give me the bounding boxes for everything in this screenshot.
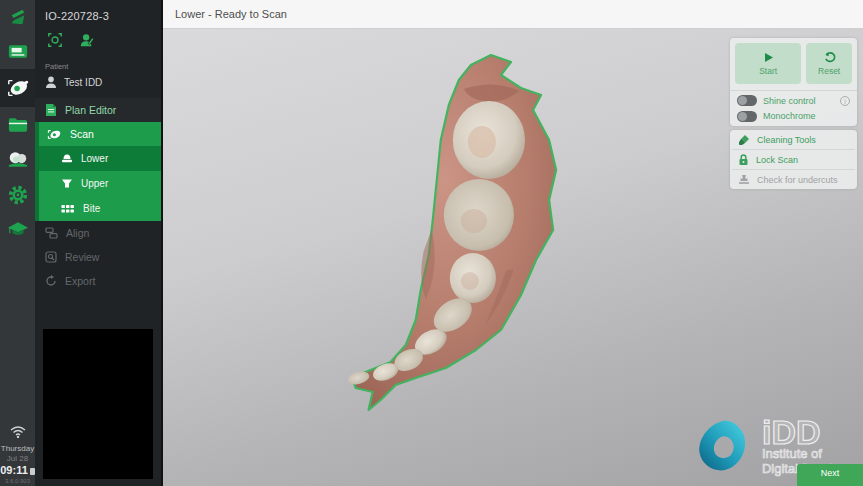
review-icon	[45, 251, 57, 263]
shine-control-toggle[interactable]	[737, 95, 757, 106]
nav-plan-editor-label: Plan Editor	[65, 104, 116, 116]
scanner-icon[interactable]	[0, 69, 35, 107]
tools-card: Cleaning Tools Lock Scan Check for under…	[730, 130, 857, 189]
nav-review[interactable]: Review	[35, 245, 161, 269]
nav-scan-bite[interactable]: Bite	[39, 196, 161, 221]
scan-controls: Start Reset Shine control i	[730, 38, 857, 193]
main-area: Lower - Ready to Scan	[163, 0, 863, 486]
case-actions	[35, 30, 161, 60]
info-icon[interactable]: i	[840, 96, 850, 106]
system-status: Thursday Jul 28 09:11 3.6.0.903	[0, 426, 35, 486]
reset-button[interactable]: Reset	[806, 43, 852, 84]
nav-scan-bite-label: Bite	[83, 203, 100, 214]
case-panel: IO-220728-3 Patient Test IDD Plan Editor	[35, 0, 163, 486]
patient-label: Patient	[35, 60, 161, 73]
status-date: Jul 28	[0, 454, 35, 463]
start-label: Start	[759, 66, 777, 76]
nav-align[interactable]: Align	[35, 221, 161, 245]
app-version: 3.6.0.903	[0, 478, 35, 484]
export-icon	[45, 275, 57, 287]
nav-scan-upper-label: Upper	[81, 178, 108, 189]
monochrome-label: Monochrome	[763, 111, 850, 121]
monochrome-toggle[interactable]	[737, 111, 757, 122]
cleaning-tools-button[interactable]: Cleaning Tools	[730, 130, 857, 149]
lower-arch-icon	[61, 153, 73, 164]
check-undercuts-label: Check for undercuts	[757, 175, 838, 185]
wifi-icon	[10, 426, 26, 438]
shine-control-label: Shine control	[763, 96, 834, 106]
camera-preview	[43, 329, 153, 479]
undercut-icon	[738, 174, 750, 185]
play-icon	[763, 52, 774, 63]
lock-icon	[738, 154, 749, 166]
lock-scan-label: Lock Scan	[756, 155, 798, 165]
nav-review-label: Review	[65, 251, 99, 263]
brand-logo-icon	[0, 0, 35, 34]
patient-icon	[45, 76, 57, 89]
nav-scan-lower-label: Lower	[81, 153, 108, 164]
nav-export[interactable]: Export	[35, 269, 161, 293]
3d-viewport[interactable]: Start Reset Shine control i	[163, 29, 863, 486]
reset-label: Reset	[818, 66, 840, 76]
lock-scan-button[interactable]: Lock Scan	[730, 150, 857, 169]
nav-align-label: Align	[66, 227, 89, 239]
scan-group: Scan Lower Upper Bite	[35, 122, 161, 221]
upper-arch-icon	[61, 178, 73, 189]
cleaning-tools-label: Cleaning Tools	[757, 135, 816, 145]
settings-gear-icon[interactable]	[0, 177, 35, 212]
status-weekday: Thursday	[0, 444, 35, 453]
scan-status-text: Lower - Ready to Scan	[175, 8, 287, 20]
patient-name: Test IDD	[64, 77, 102, 88]
topbar: Lower - Ready to Scan	[163, 0, 863, 29]
case-id: IO-220728-3	[35, 0, 161, 30]
icon-rail: Thursday Jul 28 09:11 3.6.0.903	[0, 0, 35, 486]
scan-card: Start Reset Shine control i	[730, 38, 857, 126]
app-window: Thursday Jul 28 09:11 3.6.0.903 IO-22072…	[0, 0, 863, 486]
nav-plan-editor[interactable]: Plan Editor	[35, 98, 161, 122]
edit-patient-icon[interactable]	[79, 32, 95, 52]
academy-cap-icon[interactable]	[0, 212, 35, 247]
nav-export-label: Export	[65, 275, 95, 287]
status-time: 09:11	[0, 464, 35, 476]
nav-scan[interactable]: Scan	[39, 122, 161, 146]
denture-icon[interactable]	[0, 142, 35, 177]
align-icon	[45, 227, 58, 239]
shine-control-row[interactable]: Shine control i	[730, 92, 857, 109]
nav-scan-upper[interactable]: Upper	[39, 171, 161, 196]
scan-capture-icon[interactable]	[47, 32, 63, 52]
reset-icon	[823, 51, 836, 63]
device-panel-icon[interactable]	[0, 34, 35, 69]
scan-icon	[47, 128, 62, 141]
bite-icon	[61, 204, 75, 214]
nav-scan-label: Scan	[70, 128, 94, 140]
document-icon	[45, 103, 57, 117]
brush-icon	[738, 134, 750, 146]
patient-row[interactable]: Test IDD	[35, 73, 161, 98]
monochrome-row[interactable]: Monochrome	[730, 109, 857, 126]
check-undercuts-button[interactable]: Check for undercuts	[730, 170, 857, 189]
cases-folder-icon[interactable]	[0, 107, 35, 142]
nav-scan-lower[interactable]: Lower	[39, 146, 161, 171]
next-button[interactable]: Next	[797, 464, 863, 486]
start-button[interactable]: Start	[735, 43, 801, 84]
